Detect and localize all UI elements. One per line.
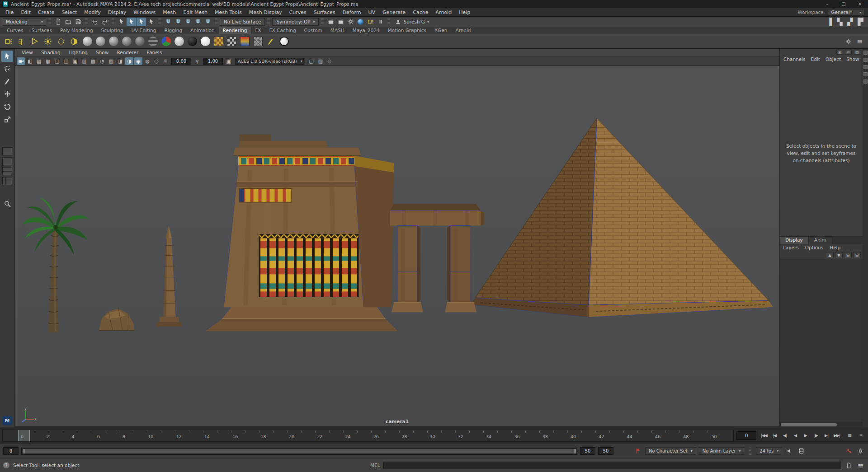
menu-item[interactable]: Help (455, 8, 474, 16)
shelf-tab[interactable]: Maya_2024 (349, 27, 384, 34)
menu-item[interactable]: Generate (379, 8, 409, 16)
viewport-scene[interactable] (15, 66, 779, 426)
no-live-surface-button[interactable]: No Live Surface (220, 18, 265, 26)
ambient-occlusion-icon[interactable]: ◍ (143, 57, 151, 65)
obelisk-object[interactable] (156, 226, 182, 327)
lasso-tool-button[interactable] (1, 63, 13, 75)
layer-list[interactable] (780, 259, 863, 422)
close-icon[interactable]: × (852, 0, 868, 8)
move-layer-down-icon[interactable]: ▼ (835, 252, 843, 258)
surface-shader-rgb-icon[interactable] (160, 36, 172, 47)
shadows-toggle-icon[interactable]: ◉ (134, 57, 142, 65)
snap-grid-icon[interactable] (163, 18, 173, 26)
workspace-dropdown[interactable]: General* ▾ (828, 9, 864, 16)
ambient-light-icon[interactable] (68, 36, 80, 47)
rotate-tool-button[interactable] (1, 101, 13, 112)
redo-button[interactable] (100, 18, 109, 26)
lock-camera-icon[interactable]: ◧ (26, 57, 34, 65)
menu-item[interactable]: Surfaces (310, 8, 339, 16)
grip-handle[interactable] (387, 18, 390, 25)
shelf-tab[interactable]: FX Caching (265, 27, 300, 34)
rock-object[interactable] (99, 308, 134, 330)
modeling-toolkit-toggle-icon[interactable]: ▛ (856, 18, 865, 26)
help-icon[interactable]: ? (3, 462, 9, 468)
auto-key-icon[interactable] (844, 447, 853, 455)
film-gate-icon[interactable]: ▥ (80, 57, 88, 65)
menu-item[interactable]: Mesh Display (245, 8, 286, 16)
select-object-icon[interactable] (127, 18, 136, 26)
attribute-editor-tab-icon[interactable] (863, 65, 868, 69)
timeline-menu-icon[interactable]: ≡ (856, 431, 866, 440)
render-settings-icon[interactable] (346, 18, 355, 26)
new-empty-layer-icon[interactable]: ⊞ (844, 252, 852, 258)
command-history-icon[interactable]: ≡ (856, 461, 865, 469)
move-layer-up-icon[interactable]: ▲ (826, 252, 834, 258)
save-scene-button[interactable] (73, 18, 83, 26)
wireframe-on-shaded-icon[interactable]: ◇ (326, 57, 334, 65)
play-backwards-button[interactable]: ◀ (790, 431, 800, 440)
current-frame-field[interactable]: 0 (736, 431, 756, 440)
channel-settings-icon[interactable]: ▤ (854, 50, 860, 55)
panel-menu-item[interactable]: Shading (37, 50, 65, 55)
field-chart-icon[interactable]: ▧ (107, 57, 115, 65)
channelbox-menu-item[interactable]: Channels (781, 56, 808, 62)
bookmarks-icon[interactable]: ▦ (44, 57, 52, 65)
attribute-editor-toggle-icon[interactable]: ▐ (825, 18, 834, 26)
step-forward-key-button[interactable]: ▶| (821, 431, 831, 440)
new-layer-from-selected-icon[interactable]: ⊟ (853, 252, 861, 258)
fps-dropdown[interactable]: 24 fps ▾ (756, 447, 782, 455)
shelf-tab[interactable]: Sculpting (97, 27, 127, 34)
gamma-icon[interactable]: γ (193, 57, 201, 65)
channelbox-menu-item[interactable]: Edit (808, 56, 823, 62)
xray-icon[interactable]: ▨ (316, 57, 325, 65)
spot-light-icon[interactable] (29, 36, 41, 47)
volume-light-icon[interactable] (55, 36, 67, 47)
speaker-icon[interactable] (785, 447, 794, 455)
shelf-tab[interactable]: Poly Modeling (56, 27, 97, 34)
panel-menu-item[interactable]: Show (92, 50, 113, 55)
shelf-tab[interactable]: Surfaces (27, 27, 56, 34)
layer-editor-menu-item[interactable]: Options (802, 245, 827, 250)
undo-button[interactable] (90, 18, 99, 26)
select-mask-icon[interactable] (146, 18, 156, 26)
scrollbar-thumb[interactable] (781, 423, 837, 426)
light-editor-icon[interactable] (366, 18, 375, 26)
isolate-select-icon[interactable]: ▢ (307, 57, 316, 65)
lambert-shader-icon[interactable] (121, 36, 132, 47)
move-tool-button[interactable] (1, 89, 13, 100)
menu-item[interactable]: Deform (339, 8, 364, 16)
shelf-tab[interactable]: MASH (326, 27, 349, 34)
ramp-texture-icon[interactable] (239, 36, 250, 47)
oversampling-icon[interactable]: ▣ (71, 57, 79, 65)
palm-tree-object[interactable] (22, 198, 89, 333)
playback-end-field[interactable]: 50 (580, 447, 595, 455)
shelf-tab[interactable]: Curves (3, 27, 27, 34)
color-management-icon[interactable]: ▣ (225, 57, 233, 65)
layer-editor-menu-item[interactable]: Help (826, 245, 844, 250)
menu-item[interactable]: File (2, 8, 17, 16)
white-shader-icon[interactable] (199, 36, 211, 47)
toon-shader-icon[interactable] (278, 36, 290, 47)
panel-menu-item[interactable]: Panels (142, 50, 166, 55)
range-slider-track[interactable] (21, 448, 577, 455)
gate-mask-icon[interactable]: ◔ (98, 57, 106, 65)
shelf-tab[interactable]: FX (251, 27, 265, 34)
go-to-start-button[interactable]: |◀◀ (759, 431, 769, 440)
menu-item[interactable]: Select (58, 8, 80, 16)
play-forwards-button[interactable]: ▶ (801, 431, 811, 440)
hypershade-icon[interactable] (356, 18, 365, 26)
layer-horizontal-scrollbar[interactable] (780, 422, 863, 427)
zoom-tool-button[interactable] (1, 198, 13, 210)
snap-view-icon[interactable] (203, 18, 212, 26)
channelbox-menu-item[interactable]: Show (844, 56, 862, 62)
panel-menu-item[interactable]: Renderer (113, 50, 142, 55)
user-account-button[interactable]: Suresh G ▾ (392, 19, 431, 25)
layout-split-button[interactable] (2, 177, 12, 185)
tab-anim[interactable]: Anim (809, 237, 832, 244)
standard-surface-icon[interactable] (81, 36, 93, 47)
select-camera-icon[interactable] (17, 57, 25, 65)
shelf-tab[interactable]: Rendering (219, 27, 251, 34)
temple-pylon-object[interactable] (205, 135, 398, 331)
menuset-dropdown[interactable]: Modeling ▾ (3, 18, 46, 26)
script-editor-icon[interactable] (844, 461, 853, 469)
